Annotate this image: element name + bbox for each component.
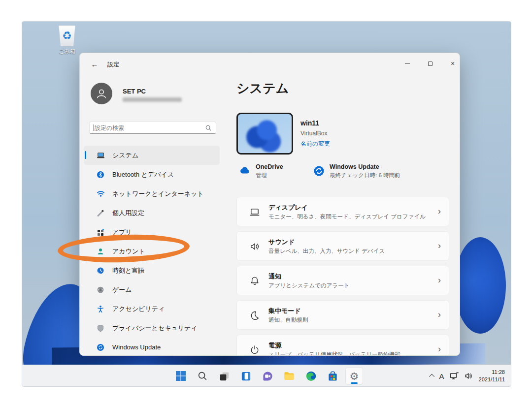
recycle-bin-label: ごみ箱 bbox=[51, 48, 83, 55]
clock-globe-icon bbox=[96, 266, 105, 276]
display-icon bbox=[249, 206, 261, 218]
account-person-icon bbox=[96, 247, 105, 256]
device-model: VirtualBox bbox=[300, 130, 327, 137]
desktop: ♻ ごみ箱 ← 設定 × SET PC bbox=[22, 21, 511, 387]
window-title: 設定 bbox=[107, 61, 119, 69]
update-icon bbox=[96, 342, 105, 352]
sidebar-item-accounts[interactable]: アカウント bbox=[84, 242, 220, 261]
search-input[interactable] bbox=[95, 124, 205, 131]
chat-button[interactable] bbox=[259, 367, 276, 385]
card-display[interactable]: ディスプレイ モニター、明るさ、夜間モード、ディスプレイ プロファイル › bbox=[236, 197, 449, 226]
chevron-right-icon: › bbox=[438, 310, 441, 320]
system-tray: A 11:28 2021/11/11 bbox=[431, 365, 505, 387]
card-notifications[interactable]: 通知 アプリとシステムでのアラート › bbox=[236, 266, 449, 295]
profile-name: SET PC bbox=[123, 88, 146, 95]
network-tray-icon[interactable] bbox=[449, 371, 459, 381]
volume-tray-icon[interactable] bbox=[464, 371, 474, 381]
shield-icon bbox=[96, 323, 105, 333]
back-icon: ← bbox=[91, 60, 99, 68]
bell-icon bbox=[249, 275, 261, 287]
chat-icon bbox=[262, 371, 273, 382]
edge-icon bbox=[305, 371, 317, 382]
power-icon bbox=[249, 344, 261, 356]
wallpaper-bloom-petal-right bbox=[455, 237, 506, 334]
chevron-right-icon: › bbox=[438, 344, 441, 354]
search-icon bbox=[197, 371, 208, 381]
onedrive-cloud-icon bbox=[238, 164, 251, 177]
sidebar-item-apps[interactable]: アプリ bbox=[84, 222, 220, 242]
sidebar-item-network-internet[interactable]: ネットワークとインターネット bbox=[84, 184, 220, 203]
folder-icon bbox=[283, 370, 295, 382]
chevron-up-icon bbox=[429, 374, 434, 379]
quick-title: Windows Update bbox=[330, 163, 400, 170]
file-explorer-button[interactable] bbox=[280, 367, 298, 385]
selected-indicator bbox=[85, 151, 86, 159]
quick-subtitle: 管理 bbox=[256, 172, 283, 179]
task-view-button[interactable] bbox=[215, 367, 233, 385]
brush-icon bbox=[96, 208, 105, 218]
sidebar-nav: システム Bluetooth とデバイス ネットワークとインターネット bbox=[84, 146, 220, 356]
system-icon bbox=[96, 151, 105, 160]
taskbar: ⚙ A 11:28 2021/11/11 bbox=[22, 365, 511, 386]
sidebar-item-gaming[interactable]: ゲーム bbox=[84, 280, 220, 299]
search-icon bbox=[205, 124, 212, 131]
chevron-right-icon: › bbox=[438, 206, 441, 217]
avatar[interactable] bbox=[91, 83, 112, 104]
gear-icon: ⚙ bbox=[350, 371, 359, 381]
search-box[interactable] bbox=[89, 122, 216, 134]
quick-title: OneDrive bbox=[256, 163, 283, 170]
sidebar-item-accessibility[interactable]: アクセシビリティ bbox=[84, 299, 220, 318]
quick-onedrive[interactable]: OneDrive 管理 bbox=[238, 163, 283, 179]
text-caret bbox=[94, 124, 94, 131]
start-button[interactable] bbox=[172, 367, 190, 385]
sidebar-item-time-language[interactable]: 時刻と言語 bbox=[84, 261, 220, 280]
windows-logo-icon bbox=[175, 370, 187, 382]
tray-overflow-button[interactable] bbox=[431, 374, 434, 378]
recycle-bin-shortcut[interactable]: ♻ ごみ箱 bbox=[51, 26, 83, 55]
card-sound[interactable]: サウンド 音量レベル、出力、入力、サウンド デバイス › bbox=[236, 231, 449, 261]
chevron-right-icon: › bbox=[438, 241, 441, 251]
speaker-icon bbox=[249, 241, 261, 252]
card-focus-assist[interactable]: 集中モード 通知、自動規則 › bbox=[236, 300, 449, 330]
close-button[interactable]: × bbox=[444, 56, 460, 71]
rename-link[interactable]: 名前の変更 bbox=[300, 140, 330, 148]
maximize-icon bbox=[428, 62, 432, 66]
xbox-icon bbox=[96, 285, 105, 295]
taskbar-search-button[interactable] bbox=[194, 367, 211, 385]
moon-icon bbox=[249, 310, 261, 321]
profile-email-redacted bbox=[123, 97, 182, 102]
settings-taskbar-button[interactable]: ⚙ bbox=[345, 367, 363, 385]
card-power[interactable]: 電源 スリープ、バッテリ使用状況、バッテリー節約機能 › bbox=[236, 335, 449, 356]
quick-windows-update[interactable]: Windows Update 最終チェック日時: 6 時間前 bbox=[312, 163, 400, 179]
accessibility-person-icon bbox=[96, 304, 105, 314]
taskbar-center-icons: ⚙ bbox=[172, 365, 363, 387]
store-button[interactable] bbox=[324, 367, 341, 385]
widgets-button[interactable] bbox=[237, 367, 255, 385]
minimize-icon bbox=[405, 63, 410, 64]
apps-icon bbox=[96, 227, 105, 237]
store-icon bbox=[327, 371, 338, 382]
person-icon bbox=[95, 87, 108, 100]
wifi-icon bbox=[96, 189, 105, 199]
minimize-button[interactable] bbox=[399, 56, 416, 71]
ime-indicator[interactable]: A bbox=[439, 372, 444, 380]
widgets-icon bbox=[240, 371, 252, 382]
bluetooth-icon bbox=[96, 170, 105, 180]
settings-window: ← 設定 × SET PC bbox=[79, 53, 460, 356]
recycle-bin-icon: ♻ bbox=[58, 26, 76, 46]
chevron-right-icon: › bbox=[438, 275, 441, 285]
sidebar-item-personalization[interactable]: 個人用設定 bbox=[84, 203, 220, 222]
sidebar-item-privacy-security[interactable]: プライバシーとセキュリティ bbox=[84, 318, 220, 338]
device-name: win11 bbox=[300, 119, 319, 127]
edge-button[interactable] bbox=[302, 367, 320, 385]
sidebar-item-system[interactable]: システム bbox=[84, 146, 220, 165]
screenshot-frame: ♻ ごみ箱 ← 設定 × SET PC bbox=[0, 0, 532, 404]
titlebar[interactable]: ← 設定 × bbox=[80, 53, 460, 75]
maximize-button[interactable] bbox=[422, 56, 438, 71]
clock[interactable]: 11:28 2021/11/11 bbox=[479, 369, 505, 383]
sidebar-item-bluetooth-devices[interactable]: Bluetooth とデバイス bbox=[84, 165, 220, 184]
sidebar-item-windows-update[interactable]: Windows Update bbox=[84, 338, 220, 356]
back-button[interactable]: ← bbox=[88, 58, 101, 70]
tray-time: 11:28 bbox=[479, 369, 505, 376]
task-view-icon bbox=[219, 371, 230, 382]
